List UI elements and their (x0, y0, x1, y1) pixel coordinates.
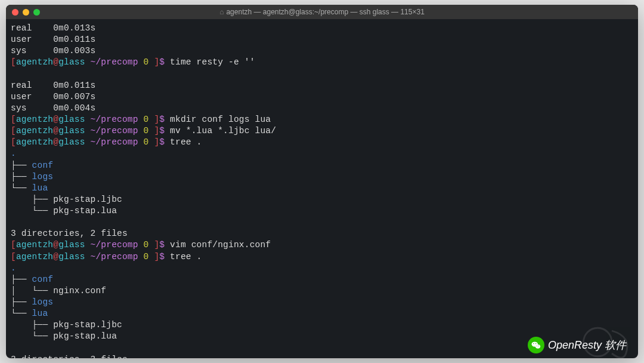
tree1-f2: └── pkg-stap.lua (11, 205, 633, 217)
traffic-lights (12, 9, 40, 16)
tree1-f1: ├── pkg-stap.ljbc (11, 194, 633, 205)
prompt-path: ~/precomp (91, 57, 138, 67)
close-icon[interactable] (12, 9, 18, 16)
time-real-1: real 0m0.013s (11, 23, 633, 34)
tree1-lua: └── lua (11, 183, 633, 194)
window-title: ⌂agentzh — agentzh@glass:~/precomp — ssh… (12, 8, 632, 16)
tree2-conf: ├── conf (11, 274, 633, 285)
tree1-summary: 3 directories, 2 files (11, 228, 633, 239)
tree1-root: . (11, 148, 633, 159)
prompt-line-6: [agentzh@glass ~/precomp 0 ]$ tree . (11, 251, 633, 263)
cmd-4: tree . (165, 137, 202, 147)
prompt-sp (85, 57, 91, 67)
blank-line-2 (11, 217, 633, 228)
cmd-6: tree . (165, 252, 202, 262)
tree1-conf: ├── conf (11, 160, 633, 171)
titlebar: ⌂agentzh — agentzh@glass:~/precomp — ssh… (6, 5, 638, 19)
prompt-sp2 (138, 57, 144, 67)
cmd-1: time resty -e '' (165, 57, 255, 67)
cmd-2: mkdir conf logs lua (165, 115, 271, 124)
prompt-rb: ] (154, 57, 159, 67)
zoom-icon[interactable] (33, 9, 40, 16)
tree2-f2: └── pkg-stap.lua (11, 331, 633, 342)
prompt-host: glass (58, 57, 85, 67)
terminal-window: ⌂agentzh — agentzh@glass:~/precomp — ssh… (6, 5, 638, 358)
time-sys-1: sys 0m0.003s (11, 45, 633, 57)
prompt-line-4: [agentzh@glass ~/precomp 0 ]$ tree . (11, 137, 633, 148)
prompt-lb: [ (11, 57, 16, 67)
time-real-2: real 0m0.011s (11, 80, 633, 91)
time-user-1: user 0m0.011s (11, 34, 633, 45)
prompt-at: @ (53, 57, 58, 67)
cmd-5: vim conf/nginx.conf (165, 240, 271, 250)
tree2-summary: 3 directories, 3 files (11, 354, 633, 358)
tree2-f1: ├── pkg-stap.ljbc (11, 319, 633, 331)
tree2-logs: ├── logs (11, 297, 633, 308)
window-title-text: agentzh — agentzh@glass:~/precomp — ssh … (226, 8, 424, 16)
prompt-user: agentzh (16, 57, 53, 67)
prompt-dollar: $ (159, 57, 165, 67)
prompt-line-2: [agentzh@glass ~/precomp 0 ]$ mkdir conf… (11, 114, 633, 125)
cmd-3: mv *.lua *.ljbc lua/ (165, 126, 276, 136)
blank-line-3 (11, 343, 633, 354)
prompt-line-5: [agentzh@glass ~/precomp 0 ]$ vim conf/n… (11, 239, 633, 251)
tree1-logs: ├── logs (11, 171, 633, 183)
time-sys-2: sys 0m0.004s (11, 103, 633, 114)
time-user-2: user 0m0.007s (11, 91, 633, 103)
home-icon: ⌂ (219, 8, 224, 16)
tree2-root: . (11, 263, 633, 274)
tree2-lua: └── lua (11, 308, 633, 319)
terminal-body[interactable]: real 0m0.013s user 0m0.011s sys 0m0.003s… (6, 19, 638, 358)
prompt-line-1: [agentzh@glass ~/precomp 0 ]$ time resty… (11, 57, 633, 68)
minimize-icon[interactable] (23, 9, 29, 16)
prompt-line-3: [agentzh@glass ~/precomp 0 ]$ mv *.lua *… (11, 125, 633, 137)
blank-line (11, 69, 633, 80)
tree2-nginx: │ └── nginx.conf (11, 285, 633, 297)
